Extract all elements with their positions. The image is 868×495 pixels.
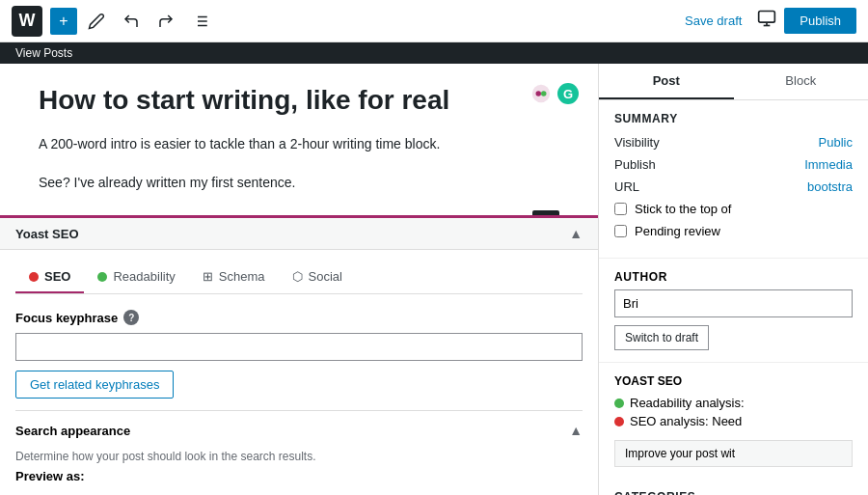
breadcrumb[interactable]: View Posts: [0, 42, 868, 64]
svg-point-10: [536, 91, 542, 96]
yoast-sidebar-section: Yoast SEO Readability analysis: SEO anal…: [599, 363, 868, 479]
seo-tab-label: SEO: [44, 269, 70, 284]
search-appearance-label: Search appearance: [15, 424, 130, 438]
seo-dot-icon: [29, 272, 39, 282]
sidebar-tab-post[interactable]: Post: [599, 64, 734, 99]
url-label: URL: [614, 179, 639, 194]
yoast-tab-schema[interactable]: ⊞ Schema: [189, 261, 279, 293]
schema-grid-icon: ⊞: [203, 269, 213, 284]
post-title[interactable]: How to start writing, like for real: [39, 83, 559, 118]
search-appearance-desc: Determine how your post should look in t…: [15, 450, 583, 463]
seo-analysis-label: SEO analysis: Need: [630, 414, 742, 428]
editor-paragraph-2: See? I've already written my first sente…: [39, 172, 559, 195]
stick-top-label: Stick to the top of: [635, 202, 731, 216]
tools-button[interactable]: [81, 6, 112, 37]
publish-value[interactable]: Immedia: [804, 157, 853, 172]
stick-top-row: Stick to the top of: [614, 202, 853, 216]
visibility-row: Visibility Public: [614, 135, 853, 150]
preview-as-label: Preview as:: [15, 469, 583, 483]
switch-draft-button[interactable]: Switch to draft: [614, 325, 709, 350]
get-related-button[interactable]: Get related keyphrases: [15, 371, 174, 399]
yoast-header[interactable]: Yoast SEO ▲: [0, 218, 598, 250]
schema-tab-label: Schema: [219, 269, 265, 284]
save-draft-button[interactable]: Save draft: [677, 8, 749, 34]
summary-section: Summary Visibility Public Publish Immedi…: [599, 100, 868, 259]
url-value[interactable]: bootstra: [807, 179, 853, 194]
focus-keyphrase-text: Focus keyphrase: [15, 311, 118, 325]
visibility-value[interactable]: Public: [819, 135, 853, 150]
stick-top-checkbox[interactable]: [614, 203, 627, 215]
yoast-body: SEO Readability ⊞ Schema ⬡ Social: [0, 250, 598, 495]
social-share-icon: ⬡: [292, 269, 303, 284]
readability-analysis-row: Readability analysis:: [614, 396, 853, 410]
readability-dot-icon: [97, 272, 107, 282]
focus-keyphrase-section: Focus keyphrase ? Get related keyphrases: [15, 310, 583, 399]
social-tab-label: Social: [309, 269, 342, 284]
sidebar-tabs: Post Block: [599, 64, 868, 100]
yoast-tabs: SEO Readability ⊞ Schema ⬡ Social: [15, 261, 583, 294]
help-icon[interactable]: ?: [123, 310, 139, 325]
summary-title: Summary: [614, 112, 853, 125]
toolbar: W + Save draft Publish: [0, 0, 868, 42]
seo-status-icon: [614, 417, 624, 426]
readability-status-icon: [614, 399, 624, 408]
author-label: AUTHOR: [614, 270, 853, 284]
editor-yoast-wrapper: G How to start writing, like for real A …: [0, 64, 598, 495]
publish-button[interactable]: Publish: [784, 8, 856, 34]
grammarly-icon: G: [557, 83, 579, 104]
editor-body[interactable]: A 200-word intro is easier to tackle tha…: [39, 133, 559, 195]
author-section: AUTHOR Switch to draft: [599, 259, 868, 363]
sidebar-tab-block[interactable]: Block: [734, 64, 869, 99]
editor-scroll: G How to start writing, like for real A …: [0, 64, 598, 215]
undo-button[interactable]: [116, 6, 147, 37]
redo-button[interactable]: [150, 6, 181, 37]
categories-section: Categories: [599, 479, 868, 495]
author-input[interactable]: [614, 289, 853, 317]
add-block-inline-button[interactable]: +: [532, 210, 559, 215]
publish-row: Publish Immedia: [614, 157, 853, 172]
pending-review-label: Pending review: [635, 224, 720, 238]
yoast-collapse-icon[interactable]: ▲: [569, 226, 583, 241]
yoast-tab-readability[interactable]: Readability: [84, 261, 188, 293]
categories-title: Categories: [614, 490, 853, 495]
yoast-sidebar-title: Yoast SEO: [614, 374, 853, 388]
editor-icons: G: [530, 83, 579, 104]
list-view-button[interactable]: [185, 6, 216, 37]
toolbar-right: Save draft Publish: [677, 8, 856, 34]
improve-post-button[interactable]: Improve your post wit: [614, 440, 853, 467]
search-appearance-section[interactable]: Search appearance ▲: [15, 410, 583, 450]
yoast-orb-icon: [530, 83, 552, 104]
preview-icon[interactable]: [757, 9, 776, 33]
yoast-tab-social[interactable]: ⬡ Social: [279, 261, 356, 293]
visibility-label: Visibility: [614, 135, 660, 150]
yoast-tab-seo[interactable]: SEO: [15, 261, 84, 293]
focus-keyphrase-input[interactable]: [15, 333, 583, 361]
readability-tab-label: Readability: [113, 269, 175, 284]
main-area: G How to start writing, like for real A …: [0, 64, 868, 495]
sidebar: Post Block Summary Visibility Public Pub…: [598, 64, 868, 495]
focus-keyphrase-label: Focus keyphrase ?: [15, 310, 583, 325]
add-block-button[interactable]: +: [50, 8, 77, 35]
readability-analysis-label: Readability analysis:: [630, 396, 745, 410]
pending-review-row: Pending review: [614, 224, 853, 238]
wordpress-logo[interactable]: W: [12, 6, 42, 37]
url-row: URL bootstra: [614, 179, 853, 194]
seo-analysis-row: SEO analysis: Need: [614, 414, 853, 428]
pending-review-checkbox[interactable]: [614, 225, 627, 237]
svg-point-11: [541, 91, 547, 96]
publish-label: Publish: [614, 157, 656, 172]
search-appearance-collapse-icon[interactable]: ▲: [569, 423, 583, 438]
toolbar-left: W +: [12, 6, 216, 37]
yoast-title: Yoast SEO: [15, 227, 79, 241]
yoast-panel: Yoast SEO ▲ SEO Readability ⊞ S: [0, 215, 598, 495]
svg-rect-6: [759, 12, 775, 23]
editor-paragraph-1: A 200-word intro is easier to tackle tha…: [39, 133, 559, 156]
